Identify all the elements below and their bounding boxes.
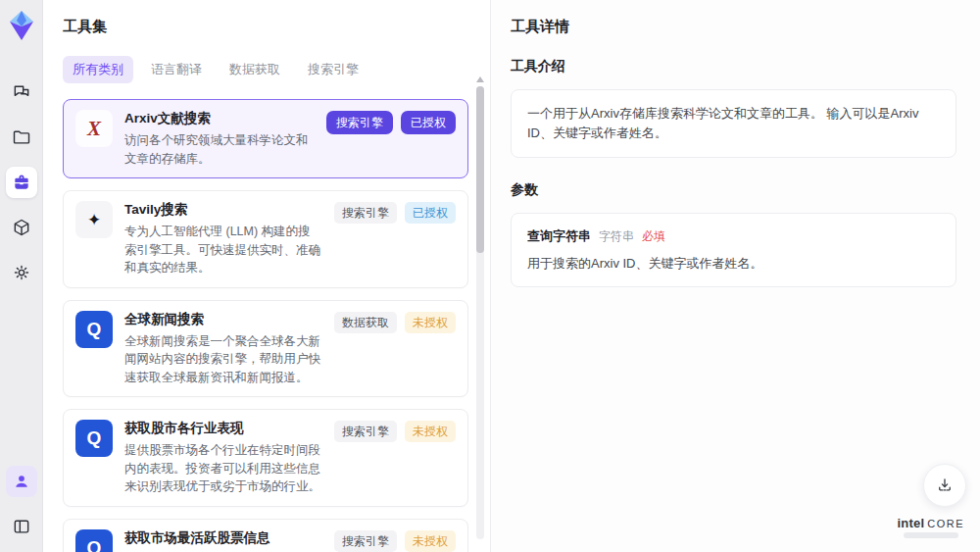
list-scrollbar[interactable] [476,86,484,539]
auth-status-badge: 已授权 [401,111,456,134]
category-badge: 搜索引擎 [334,202,397,224]
stock-tool-logo-icon: Q [75,420,113,457]
intro-box: 一个用于从Arxiv存储库搜索科学论文和文章的工具。 输入可以是Arxiv ID… [511,89,956,158]
card-main: 全球新闻搜索 全球新闻搜索是一个聚合全球各大新闻网站内容的搜索引擎，帮助用户快速… [124,311,322,387]
scrollbar-up-arrow[interactable] [476,76,484,82]
param-required-flag: 必填 [642,228,665,245]
card-main: 获取股市各行业表现 提供股票市场各个行业在特定时间段内的表现。投资者可以利用这些… [124,420,322,496]
tab-data-fetch[interactable]: 数据获取 [220,56,290,83]
card-main: Tavily搜索 专为人工智能代理 (LLM) 构建的搜索引擎工具。可快速提供实… [124,201,322,277]
stock-tool-logo-icon: Q [75,529,113,552]
tool-name: Tavily搜索 [124,201,322,219]
params-section-title: 参数 [511,181,956,199]
category-badge: 搜索引擎 [326,111,393,134]
intel-logo-sub-mark [904,532,958,538]
tool-list-panel: 工具集 所有类别 语言翻译 数据获取 搜索引擎 X Arxiv文献搜索 访问各个… [43,0,490,552]
param-type: 字符串 [599,228,634,245]
tool-card-arxiv[interactable]: X Arxiv文献搜索 访问各个研究领域大量科学论文和文章的存储库。 搜索引擎 … [63,99,468,178]
tool-card-global-news[interactable]: Q 全球新闻搜索 全球新闻搜索是一个聚合全球各大新闻网站内容的搜索引擎，帮助用户… [63,300,468,398]
page-title: 工具集 [63,18,490,36]
tool-name: 全球新闻搜索 [124,311,322,328]
intro-section-title: 工具介绍 [511,58,956,75]
param-box: 查询字符串 字符串 必填 用于搜索的Arxiv ID、关键字或作者姓名。 [511,213,956,287]
tool-description: 提供股票市场各个行业在特定时间段内的表现。投资者可以利用这些信息来识别表现优于或… [124,441,322,496]
tool-intro-text: 一个用于从Arxiv存储库搜索科学论文和文章的工具。 输入可以是Arxiv ID… [527,104,940,143]
auth-status-badge: 未授权 [405,530,456,552]
core-wordmark: CORE [927,518,964,529]
user-avatar-icon[interactable] [6,466,37,497]
rail-bottom-group [6,466,37,542]
tool-name: 获取股市各行业表现 [124,420,322,437]
app-logo-icon[interactable] [6,8,37,43]
card-main: Arxiv文献搜索 访问各个研究领域大量科学论文和文章的存储库。 [124,110,315,168]
tool-tags: 搜索引擎 已授权 [334,201,456,277]
category-badge: 数据获取 [334,312,397,333]
param-description: 用于搜索的Arxiv ID、关键字或作者姓名。 [527,254,940,273]
tab-language-translation[interactable]: 语言翻译 [141,56,212,83]
tool-card-stock-sector[interactable]: Q 获取股市各行业表现 提供股票市场各个行业在特定时间段内的表现。投资者可以利用… [63,409,468,507]
tool-tags: 搜索引擎 已授权 [326,110,456,168]
sidebar-item-chat[interactable] [6,76,37,108]
scrollbar-thumb[interactable] [476,86,484,253]
rail-nav-group [6,76,37,288]
tool-description: 专为人工智能代理 (LLM) 构建的搜索引擎工具。可快速提供实时、准确和真实的结… [124,223,322,277]
param-header: 查询字符串 字符串 必填 [527,227,940,245]
tab-all-categories[interactable]: 所有类别 [63,56,133,83]
sidebar-item-models[interactable] [6,212,37,243]
tool-card-list: X Arxiv文献搜索 访问各个研究领域大量科学论文和文章的存储库。 搜索引擎 … [63,99,468,552]
download-button[interactable] [923,464,966,507]
category-badge: 搜索引擎 [334,530,397,552]
intel-logo-row: intel CORE [897,516,964,530]
tool-tags: 搜索引擎 未授权 [334,420,456,496]
tool-description: 访问各个研究领域大量科学论文和文章的存储库。 [124,131,315,168]
app-window: 工具集 所有类别 语言翻译 数据获取 搜索引擎 X Arxiv文献搜索 访问各个… [0,0,980,552]
tool-card-active-stocks[interactable]: Q 获取市场最活跃股票信息 提供当天交易量最高的股票列表。投资者可以利用这些信息… [63,519,468,552]
detail-title: 工具详情 [511,18,956,36]
category-badge: 搜索引擎 [334,421,397,442]
sidebar-item-files[interactable] [6,122,37,153]
tool-tags: 搜索引擎 未授权 [334,529,456,552]
category-tabs: 所有类别 语言翻译 数据获取 搜索引擎 [63,56,490,83]
intel-wordmark: intel [897,516,924,530]
sidebar-item-toolbox[interactable] [6,167,37,198]
card-main: 获取市场最活跃股票信息 提供当天交易量最高的股票列表。投资者可以利用这些信息来识… [124,529,322,552]
tool-name: 获取市场最活跃股票信息 [124,529,322,547]
tool-detail-panel: 工具详情 工具介绍 一个用于从Arxiv存储库搜索科学论文和文章的工具。 输入可… [490,0,980,552]
tab-search-engine[interactable]: 搜索引擎 [298,56,368,83]
tavily-star-icon: ✦ [75,201,113,238]
tool-card-tavily[interactable]: ✦ Tavily搜索 专为人工智能代理 (LLM) 构建的搜索引擎工具。可快速提… [63,190,468,288]
sidebar-item-settings[interactable] [6,257,37,288]
tool-tags: 数据获取 未授权 [334,311,456,387]
left-rail [0,0,43,552]
param-name: 查询字符串 [527,227,591,245]
auth-status-badge: 已授权 [405,202,456,224]
arxiv-logo-icon: X [75,110,113,147]
tool-description: 全球新闻搜索是一个聚合全球各大新闻网站内容的搜索引擎，帮助用户快速获取全球最新资… [124,332,322,387]
intel-core-logo: intel CORE [897,516,964,538]
news-search-logo-icon: Q [75,311,113,348]
collapse-panel-icon[interactable] [6,511,37,542]
tool-name: Arxiv文献搜索 [124,110,315,127]
auth-status-badge: 未授权 [405,312,456,333]
auth-status-badge: 未授权 [405,421,456,442]
